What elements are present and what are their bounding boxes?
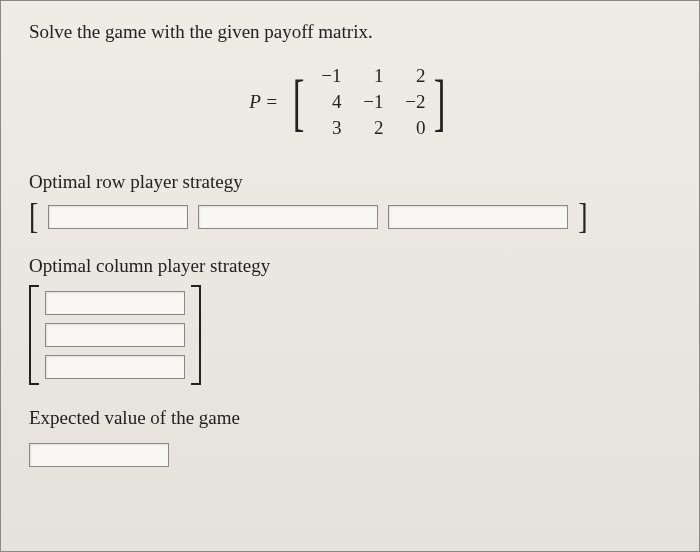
col-strategy-stack	[45, 285, 185, 385]
matrix-cell: 0	[397, 117, 425, 139]
row-strategy-vector: [ ]	[29, 201, 671, 233]
p-equals-label: P =	[249, 91, 278, 113]
matrix-cell: 2	[355, 117, 383, 139]
matrix-row: 4 −1 −2	[313, 91, 425, 113]
left-bracket-icon	[29, 285, 39, 385]
expected-value-input[interactable]	[29, 443, 169, 467]
matrix-rows: −1 1 2 4 −1 −2 3 2 0	[309, 61, 429, 143]
matrix-row: 3 2 0	[313, 117, 425, 139]
col-strategy-input-2[interactable]	[45, 323, 185, 347]
matrix-cell: −1	[313, 65, 341, 87]
col-strategy-input-1[interactable]	[45, 291, 185, 315]
row-strategy-title: Optimal row player strategy	[29, 171, 671, 193]
expected-value-block: Expected value of the game	[29, 407, 671, 467]
right-bracket-icon: ]	[434, 72, 446, 132]
left-bracket-icon: [	[29, 197, 38, 237]
matrix-row: −1 1 2	[313, 65, 425, 87]
problem-prompt: Solve the game with the given payoff mat…	[29, 21, 671, 43]
matrix-cell: −2	[397, 91, 425, 113]
matrix-cell: 1	[355, 65, 383, 87]
expected-value-title: Expected value of the game	[29, 407, 671, 429]
right-bracket-icon: ]	[578, 197, 587, 237]
matrix-cell: −1	[355, 91, 383, 113]
col-strategy-title: Optimal column player strategy	[29, 255, 671, 277]
payoff-matrix-block: P = [ −1 1 2 4 −1 −2 3 2 0	[29, 61, 671, 143]
col-strategy-input-3[interactable]	[45, 355, 185, 379]
col-strategy-vector	[29, 285, 671, 385]
payoff-matrix: [ −1 1 2 4 −1 −2 3 2 0 ]	[288, 61, 451, 143]
matrix-cell: 4	[313, 91, 341, 113]
right-bracket-icon	[191, 285, 201, 385]
matrix-cell: 3	[313, 117, 341, 139]
row-strategy-input-1[interactable]	[48, 205, 188, 229]
row-strategy-input-3[interactable]	[388, 205, 568, 229]
problem-page: Solve the game with the given payoff mat…	[0, 0, 700, 552]
left-bracket-icon: [	[293, 72, 305, 132]
row-strategy-input-2[interactable]	[198, 205, 378, 229]
matrix-cell: 2	[397, 65, 425, 87]
